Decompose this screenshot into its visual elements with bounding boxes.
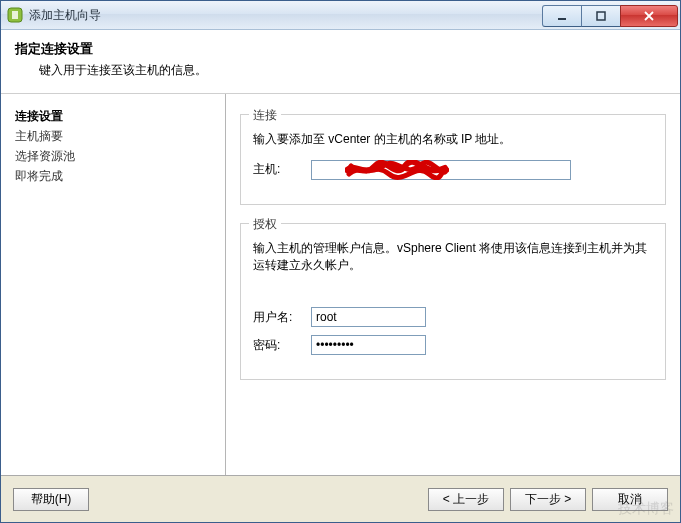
minimize-button[interactable] (542, 5, 582, 27)
page-subtitle: 键入用于连接至该主机的信息。 (39, 62, 666, 79)
step-connection-settings[interactable]: 连接设置 (15, 106, 211, 126)
username-label: 用户名: (253, 309, 311, 326)
back-button[interactable]: < 上一步 (428, 488, 504, 511)
help-button[interactable]: 帮助(H) (13, 488, 89, 511)
connection-group: 连接 输入要添加至 vCenter 的主机的名称或 IP 地址。 主机: (240, 114, 666, 205)
window-title: 添加主机向导 (29, 7, 543, 24)
wizard-header: 指定连接设置 键入用于连接至该主机的信息。 (1, 30, 680, 94)
password-input[interactable] (311, 335, 426, 355)
titlebar: 添加主机向导 (1, 1, 680, 30)
wizard-footer: 帮助(H) < 上一步 下一步 > 取消 (1, 475, 680, 522)
step-host-summary: 主机摘要 (15, 126, 211, 146)
password-label: 密码: (253, 337, 311, 354)
maximize-button[interactable] (581, 5, 621, 27)
app-icon (7, 7, 23, 23)
host-input[interactable] (311, 160, 571, 180)
connection-instruction: 输入要添加至 vCenter 的主机的名称或 IP 地址。 (253, 131, 653, 148)
close-button[interactable] (620, 5, 678, 27)
window-controls (543, 5, 678, 25)
step-ready-complete: 即将完成 (15, 166, 211, 186)
username-input[interactable] (311, 307, 426, 327)
wizard-body: 连接设置 主机摘要 选择资源池 即将完成 连接 输入要添加至 vCenter 的… (1, 94, 680, 475)
page-title: 指定连接设置 (15, 40, 666, 58)
svg-rect-2 (597, 12, 605, 20)
authorization-instruction: 输入主机的管理帐户信息。vSphere Client 将使用该信息连接到主机并为… (253, 240, 653, 274)
step-resource-pool: 选择资源池 (15, 146, 211, 166)
next-button[interactable]: 下一步 > (510, 488, 586, 511)
host-label: 主机: (253, 161, 311, 178)
step-nav: 连接设置 主机摘要 选择资源池 即将完成 (1, 94, 226, 475)
authorization-legend: 授权 (249, 216, 281, 233)
wizard-content: 连接 输入要添加至 vCenter 的主机的名称或 IP 地址。 主机: 授权 … (226, 94, 680, 475)
svg-rect-1 (558, 18, 566, 20)
authorization-group: 授权 输入主机的管理帐户信息。vSphere Client 将使用该信息连接到主… (240, 223, 666, 381)
cancel-button[interactable]: 取消 (592, 488, 668, 511)
connection-legend: 连接 (249, 107, 281, 124)
wizard-window: 添加主机向导 指定连接设置 键入用于连接至该主机的信息。 连接设置 主机摘要 选… (0, 0, 681, 523)
